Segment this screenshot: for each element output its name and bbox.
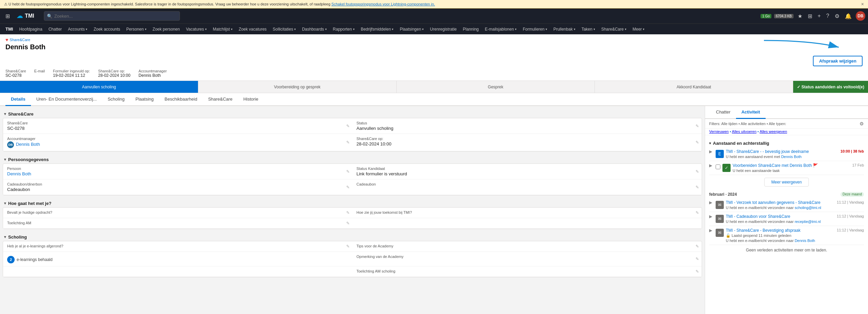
appbar-item-hoofdpagina[interactable]: Hoofdpagina xyxy=(16,24,45,35)
search-input[interactable] xyxy=(54,14,177,19)
accountmanager-link[interactable]: Dennis Both xyxy=(16,142,40,147)
appbar-item-zoekpersonen[interactable]: Zoek personen xyxy=(150,24,183,35)
appbar-item-dashboards[interactable]: Dashboards ▾ xyxy=(299,24,330,35)
afspraak-wijzigen-button[interactable]: Afspraak wijzigen xyxy=(813,56,863,66)
field-sharecare-op-edit[interactable]: ✎ xyxy=(696,140,699,145)
expand-event-icon[interactable]: ▶ xyxy=(709,149,712,154)
appbar-item-formulieren[interactable]: Formulieren ▾ xyxy=(520,24,550,35)
progress-step-voorbereiding[interactable]: Voorbereiding op gesprek xyxy=(198,81,397,93)
field-sharecare-nr-edit[interactable]: ✎ xyxy=(346,124,350,128)
meta-sharecare-op-value: 28-02-2024 10:00 xyxy=(98,73,131,78)
star-icon[interactable]: ★ xyxy=(796,13,804,19)
field-elearnings-edit[interactable]: ✎ xyxy=(346,244,350,249)
section-persoon-header[interactable]: ▾ Persoonsgegevens xyxy=(3,154,702,163)
tab-sharecare[interactable]: Share&Care xyxy=(203,93,238,106)
field-accountmanager-edit[interactable]: ✎ xyxy=(346,140,350,145)
appbar-item-planning[interactable]: Planning xyxy=(460,24,482,35)
progress-step-gesprek[interactable]: Gesprek xyxy=(397,81,595,93)
task-title[interactable]: Voorbereiden Share&Care met Dennis Both … xyxy=(733,163,850,168)
appbar-item-chatter[interactable]: Chatter xyxy=(46,24,64,35)
event-title[interactable]: TMI - Share&Care - - bevestig jouw deeln… xyxy=(726,149,838,154)
appbar-item-vacatures[interactable]: Vacatures ▾ xyxy=(183,24,210,35)
alles-weergeven-link[interactable]: Alles weergeven xyxy=(760,129,787,134)
appbar-item-accounts[interactable]: Accounts ▾ xyxy=(65,24,90,35)
field-toelichtingam-edit[interactable]: ✎ xyxy=(346,221,350,226)
field-toelichting-am-scholing-edit[interactable]: ✎ xyxy=(696,269,699,274)
tab-uren[interactable]: Uren- En Documentenoverzij... xyxy=(31,93,102,106)
storage-badge-gray: 6704.3 KB xyxy=(774,14,794,18)
field-cadeaubon2-edit[interactable]: ✎ xyxy=(696,185,699,190)
grid-icon[interactable]: ⊞ xyxy=(806,13,814,19)
expand-email1-icon[interactable]: ▶ xyxy=(709,200,712,205)
chatter-tab-chatter[interactable]: Chatter xyxy=(711,106,736,119)
email3-link[interactable]: Dennis Both xyxy=(795,239,815,243)
help-icon[interactable]: ? xyxy=(825,13,831,19)
field-persoon-edit[interactable]: ✎ xyxy=(346,169,350,174)
progress-step-aanvullen[interactable]: Aanvullen scholing xyxy=(0,81,198,93)
appbar-item-plaatsingen[interactable]: Plaatsingen ▾ xyxy=(397,24,427,35)
appbar-item-taken[interactable]: Taken ▾ xyxy=(579,24,598,35)
search-bar[interactable]: 🔍 xyxy=(44,11,180,21)
field-status-edit[interactable]: ✎ xyxy=(696,124,699,128)
section-hoegaat-header[interactable]: ▾ Hoe gaat het met je? xyxy=(3,198,702,207)
expand-email3-icon[interactable]: ▶ xyxy=(709,228,712,233)
appbar-item-zoekaccounts[interactable]: Zoek accounts xyxy=(91,24,123,35)
event-person-link[interactable]: Dennis Both xyxy=(781,155,802,159)
section-persoon-chevron: ▾ xyxy=(4,157,6,162)
email1-title[interactable]: TMI - Verzoek tot aanvullen gegevens - S… xyxy=(726,200,835,205)
tab-scholing[interactable]: Scholing xyxy=(102,93,130,106)
tab-plaatsing[interactable]: Plaatsing xyxy=(130,93,159,106)
appbar-item-emailsjablonen[interactable]: E-mailsjablonen ▾ xyxy=(482,24,519,35)
appbar-item-meer[interactable]: Meer ▾ xyxy=(630,24,647,35)
task-checkbox[interactable] xyxy=(716,164,720,169)
email1-link[interactable]: scholing@tmi.nl xyxy=(795,206,821,210)
tab-historie[interactable]: Historie xyxy=(238,93,264,106)
email2-link[interactable]: receptie@tmi.nl xyxy=(795,220,821,224)
expand-task-icon[interactable]: ▶ xyxy=(709,163,712,168)
email3-title[interactable]: TMI - Share&Care - Bevestiging afspraak xyxy=(726,228,835,233)
field-cadeaubon-edit[interactable]: ✎ xyxy=(346,185,350,190)
app-launcher-icon[interactable]: ⊞ xyxy=(3,13,13,19)
field-bevalt: Bevalt je huidige opdracht? ✎ xyxy=(3,208,352,218)
appbar-item-sollicitaties[interactable]: Sollicitaties ▾ xyxy=(270,24,299,35)
status-voltooid-button[interactable]: ✓ Status aanduiden als voltooid(e) xyxy=(793,81,868,93)
filter-settings-icon[interactable]: ⚙ xyxy=(859,121,864,126)
progress-step-akkoord[interactable]: Akkoord Kandidaat xyxy=(595,81,793,93)
section-sharecare-chevron: ▾ xyxy=(4,112,6,116)
field-statuskandidaat-edit[interactable]: ✎ xyxy=(696,169,699,174)
main-tabs: Details Uren- En Documentenoverzij... Sc… xyxy=(0,93,868,106)
field-opmerking-academy-edit[interactable]: ✎ xyxy=(696,257,699,261)
notifications-icon[interactable]: 🔔 xyxy=(844,13,853,19)
notif-close-button[interactable]: × xyxy=(861,1,864,7)
settings-icon[interactable]: ⚙ xyxy=(833,13,841,19)
activity-filters: Filters: Alle tijden • Alle activiteiten… xyxy=(705,119,868,129)
alles-uitvoeren-link[interactable]: Alles uitvoeren xyxy=(732,129,756,134)
field-tips-academy-edit[interactable]: ✎ xyxy=(696,244,699,249)
appbar-item-prullenbak[interactable]: Prullenbak ▾ xyxy=(551,24,578,35)
tab-details[interactable]: Details xyxy=(5,93,31,106)
user-avatar[interactable]: DB xyxy=(856,11,865,21)
email3-content: TMI - Share&Care - Bevestiging afspraak … xyxy=(726,228,835,243)
chatter-tab-activiteit[interactable]: Activiteit xyxy=(736,106,766,119)
persoon-link[interactable]: Dennis Both xyxy=(7,171,31,176)
tab-beschikbaarheid[interactable]: Beschikbaarheid xyxy=(159,93,203,106)
vernieuwen-link[interactable]: Vernieuwen xyxy=(709,129,729,134)
email2-title[interactable]: TMI - Cadeaubon voor Share&Care xyxy=(726,214,835,219)
appbar-item-matchlijst[interactable]: Matchlijst ▾ xyxy=(210,24,235,35)
appbar-item-zoekvacatures[interactable]: Zoek vacatures xyxy=(236,24,269,35)
appbar-item-personen[interactable]: Personen ▾ xyxy=(123,24,149,35)
expand-email2-icon[interactable]: ▶ xyxy=(709,214,712,219)
appbar-item-rapporten[interactable]: Rapporten ▾ xyxy=(330,24,357,35)
add-icon[interactable]: + xyxy=(816,13,822,19)
meer-weergeven-button[interactable]: Meer weergeven xyxy=(764,178,809,187)
appbar-item-sharecare[interactable]: Share&Care ▾ xyxy=(599,24,629,35)
activity-item-task: ▶ ✓ Voorbereiden Share&Care met Dennis B… xyxy=(709,161,864,175)
field-toekomst-edit[interactable]: ✎ xyxy=(696,210,699,215)
appbar-item-urenregistratie[interactable]: Urenregistratie xyxy=(427,24,460,35)
email1-time: 11:12 | Vandaag xyxy=(837,200,864,204)
appbar-item-bedrijfsmiddelen[interactable]: Bedrijfsmiddelen ▾ xyxy=(358,24,397,35)
section-scholing-header[interactable]: ▾ Scholing xyxy=(3,232,702,241)
section-sharecare-header[interactable]: ▾ Share&Care xyxy=(3,109,702,118)
field-bevalt-edit[interactable]: ✎ xyxy=(346,210,350,215)
notif-link[interactable]: Schakel foutopsporingsmodus voor Lightni… xyxy=(331,2,435,6)
